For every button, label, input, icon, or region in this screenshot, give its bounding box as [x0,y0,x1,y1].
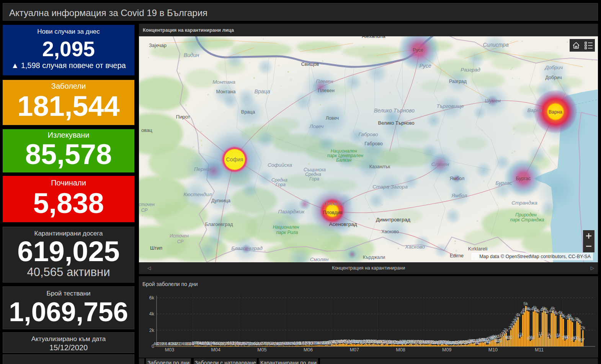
svg-text:Ловеч: Ловеч [326,115,339,121]
svg-text:Бургас: Бургас [516,176,531,181]
svg-text:M06: M06 [304,347,313,353]
svg-text:Хасково: Хасково [405,244,425,250]
svg-text:Казанлък: Казанлък [369,164,390,169]
svg-text:830: 830 [506,335,513,340]
svg-text:4k: 4k [526,307,531,311]
svg-text:Видин: Видин [184,52,199,58]
svg-text:Димитровград: Димитровград [376,217,410,223]
svg-text:Разград: Разград [449,79,467,84]
svg-text:Перник: Перник [194,166,212,172]
svg-text:Габрово: Габрово [358,132,378,137]
svg-text:парк Странджа: парк Странджа [510,217,544,223]
svg-text:Стара Загора: Стара Загора [372,184,408,190]
svg-text:Софийска: Софийска [268,162,292,168]
svg-text:Плевен: Плевен [318,88,335,93]
svg-text:Зајечар: Зајечар [149,42,167,48]
svg-text:2k: 2k [149,328,155,333]
svg-text:4k: 4k [536,309,540,313]
svg-text:Силистра: Силистра [483,42,509,48]
svg-text:Гора: Гора [309,176,319,182]
svg-text:Пазарджик: Пазарджик [278,209,305,214]
svg-text:овац: овац [141,127,152,133]
svg-text:Плевен: Плевен [316,78,333,84]
svg-text:4k: 4k [149,311,155,317]
svg-text:Национален: Национален [273,224,299,230]
svg-text:Странджа: Странджа [511,200,537,206]
svg-text:Штип: Штип [150,245,162,251]
svg-text:Разград: Разград [461,67,480,73]
svg-text:Враца: Враца [241,109,255,115]
svg-text:Источен: Источен [170,233,189,239]
svg-text:3k: 3k [561,314,565,318]
svg-text:Бургас: Бургас [495,180,512,186]
svg-text:Хасково: Хасково [381,229,399,234]
svg-text:Асеновград: Асеновград [329,221,357,227]
svg-text:M08: M08 [396,347,405,353]
svg-text:816: 816 [528,335,535,340]
svg-text:Природен: Природен [515,212,537,218]
svg-text:1k: 1k [557,333,561,337]
svg-text:Габрово: Габрово [364,141,383,146]
svg-text:Дупница: Дупница [211,198,230,203]
svg-text:Русе: Русе [413,47,423,53]
svg-text:парк Рила: парк Рила [276,230,298,235]
svg-text:Русе: Русе [419,63,431,69]
svg-text:Добрич: Добрич [544,65,563,70]
svg-text:M10: M10 [488,347,498,353]
svg-text:M03: M03 [165,347,174,353]
svg-text:Кърджали: Кърджали [363,255,385,260]
svg-text:5k: 5k [523,301,528,306]
svg-text:Ямбол: Ямбол [451,193,467,198]
svg-text:Пловдив: Пловдив [323,210,343,215]
svg-text:Благоевград: Благоевград [231,245,263,251]
svg-text:Монтана: Монтана [212,79,235,85]
svg-text:сточен: сточен [139,202,155,207]
svg-text:M04: M04 [211,347,220,353]
svg-text:Благоевград: Благоевград [205,222,234,227]
svg-text:880: 880 [563,335,570,339]
svg-text:Пловдив: Пловдив [324,201,345,206]
svg-text:Map data © OpenStreetMap contr: Map data © OpenStreetMap contributors, C… [479,254,591,259]
svg-text:497: 497 [578,338,585,342]
svg-text:Балкан: Балкан [336,158,351,163]
svg-text:Враца: Враца [255,88,270,94]
svg-text:Ловеч: Ловеч [309,123,323,129]
svg-text:Варна: Варна [549,109,562,115]
svg-text:4k: 4k [516,312,521,317]
svg-text:2k: 2k [581,325,585,330]
svg-text:София: София [226,156,243,162]
svg-text:M11: M11 [535,347,544,353]
svg-text:Търговище: Търговище [436,103,464,109]
svg-text:Alexandria: Alexandria [362,36,385,39]
svg-text:СР: СР [141,208,148,213]
svg-text:3k: 3k [578,320,582,324]
svg-text:Сливен: Сливен [431,161,449,167]
svg-text:1k: 1k [547,334,552,338]
svg-text:Добрич: Добрич [545,75,562,80]
svg-text:Смолян: Смолян [310,257,329,262]
svg-text:6k: 6k [149,295,155,301]
svg-text:Ямбол: Ямбол [450,176,465,181]
svg-text:Варна: Варна [528,107,542,113]
svg-text:4k: 4k [544,309,549,314]
svg-text:M09: M09 [442,347,451,353]
svg-text:Edirne: Edirne [450,253,464,258]
svg-text:M07: M07 [350,347,359,353]
svg-text:4k: 4k [554,311,558,315]
svg-text:1k: 1k [519,332,523,336]
svg-text:СР: СР [177,239,184,244]
svg-text:Велико Търново: Велико Търново [378,120,415,126]
svg-text:Гора: Гора [276,182,286,187]
svg-text:Пирот: Пирот [176,114,190,120]
svg-text:3k: 3k [570,317,575,322]
svg-text:Свищов: Свищов [301,62,319,67]
svg-text:Kırklareli: Kırklareli [468,246,488,252]
svg-text:Кюстендил: Кюстендил [183,192,212,197]
svg-text:Велико Търново: Велико Търново [374,107,415,114]
svg-text:M05: M05 [257,347,266,353]
svg-text:420: 420 [495,338,502,343]
svg-text:Монтана: Монтана [216,89,236,94]
svg-text:Шумен: Шумен [485,98,501,104]
svg-text:2k: 2k [504,328,508,332]
svg-text:1k: 1k [539,331,543,336]
